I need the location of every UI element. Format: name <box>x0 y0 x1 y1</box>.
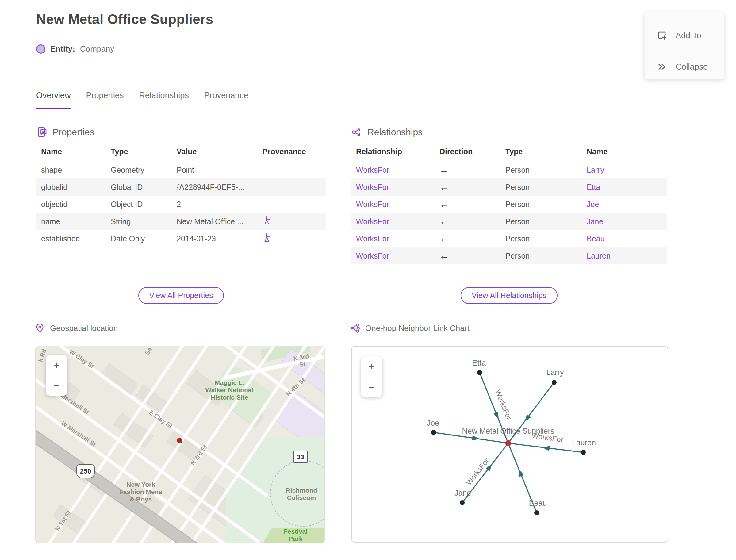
map-label-ny-fashion: New York Fashion Mens & Boys <box>119 481 162 503</box>
prop-type: Date Only <box>106 234 172 243</box>
properties-icon <box>36 126 48 138</box>
map-label-festival-park: Festival Park <box>281 528 310 543</box>
relationships-heading: Relationships <box>367 127 423 137</box>
entity-link[interactable]: Larry <box>582 166 667 175</box>
relationships-section: Relationships Relationship Direction Typ… <box>351 126 667 264</box>
relationship-link[interactable]: WorksFor <box>351 166 435 175</box>
node-lauren[interactable] <box>581 450 586 455</box>
collapse-button[interactable]: Collapse <box>657 61 708 72</box>
relationship-link[interactable]: WorksFor <box>351 251 435 260</box>
col-value: Value <box>172 147 258 156</box>
node-label-jane: Jane <box>454 489 471 497</box>
rel-type: Person <box>500 166 582 175</box>
table-row: established Date Only 2014-01-23 <box>36 230 326 247</box>
node-center-entity[interactable] <box>505 440 511 446</box>
map-zoom-control: + − <box>46 355 67 396</box>
entity-link[interactable]: Etta <box>582 183 667 192</box>
node-larry[interactable] <box>552 380 557 385</box>
entity-location-marker[interactable] <box>177 438 182 443</box>
properties-table: Name Type Value Provenance shape Geometr… <box>36 147 326 247</box>
relationship-link[interactable]: WorksFor <box>351 183 435 192</box>
table-row: WorksFor ← Person Jane <box>351 213 667 230</box>
relationship-link[interactable]: WorksFor <box>351 200 435 209</box>
rel-type: Person <box>500 251 582 260</box>
provenance-flag-icon[interactable] <box>263 216 272 225</box>
relationships-icon <box>351 126 363 138</box>
chevrons-right-icon <box>657 61 668 72</box>
table-row: globalid Global ID {A228944F-0EF5-... <box>36 178 326 196</box>
rel-type: Person <box>500 200 582 209</box>
direction-arrow: ← <box>435 233 500 244</box>
direction-arrow: ← <box>435 199 500 209</box>
link-chart-section-header: One-hop Neighbor Link Chart <box>350 323 470 334</box>
node-joe[interactable] <box>431 430 436 435</box>
view-all-relationships-button[interactable]: View All Relationships <box>461 287 558 304</box>
direction-arrow: ← <box>435 216 500 227</box>
tab-provenance[interactable]: Provenance <box>204 91 248 109</box>
node-label-joe: Joe <box>427 419 439 427</box>
prop-value: 2014-01-23 <box>172 234 258 243</box>
geospatial-heading: Geospatial location <box>50 324 118 333</box>
properties-heading: Properties <box>52 127 94 137</box>
one-hop-link-chart[interactable]: WorksFor WorksFor WorksFor Etta Larry Jo… <box>351 346 668 543</box>
col-direction: Direction <box>435 147 500 156</box>
node-label-etta: Etta <box>472 359 486 367</box>
collapse-label: Collapse <box>676 62 708 72</box>
add-to-button[interactable]: Add To <box>657 30 701 41</box>
map-label-w-clay-st: W Clay St <box>68 348 95 370</box>
geospatial-section-header: Geospatial location <box>34 323 118 334</box>
tab-relationships[interactable]: Relationships <box>139 91 189 109</box>
map-label-maggie-walker: Maggie L. Walker National Historic Site <box>205 379 254 401</box>
col-name: Name <box>36 147 106 156</box>
rel-type: Person <box>500 217 582 226</box>
add-to-label: Add To <box>676 31 701 40</box>
link-chart-icon <box>350 323 361 334</box>
geospatial-map[interactable]: k Rd Sa W Clay St Marshall St W Marshall… <box>35 346 325 543</box>
prop-name: name <box>36 217 106 226</box>
table-row: WorksFor ← Person Larry <box>351 161 667 178</box>
prop-type: Global ID <box>106 183 172 192</box>
node-beau[interactable] <box>534 510 539 515</box>
properties-section: Properties Name Type Value Provenance sh… <box>36 126 326 247</box>
map-zoom-in-button[interactable]: + <box>46 355 67 375</box>
tab-properties[interactable]: Properties <box>86 91 124 109</box>
col-type: Type <box>106 147 172 156</box>
prop-name: globalid <box>36 183 106 192</box>
table-row: WorksFor ← Person Etta <box>351 178 667 196</box>
table-row: shape Geometry Point <box>36 161 326 178</box>
relationships-table: Relationship Direction Type Name WorksFo… <box>351 147 667 264</box>
node-jane[interactable] <box>460 500 465 505</box>
map-label-richmond-coliseum: Richmond Coliseum <box>286 487 317 501</box>
direction-arrow: ← <box>435 165 500 175</box>
table-row: WorksFor ← Person Joe <box>351 196 667 213</box>
entity-link[interactable]: Jane <box>582 217 667 226</box>
chart-zoom-out-button[interactable]: − <box>361 377 382 397</box>
tab-overview[interactable]: Overview <box>36 91 71 109</box>
relationship-link[interactable]: WorksFor <box>351 234 435 243</box>
entity-link[interactable]: Joe <box>582 200 667 209</box>
col-provenance: Provenance <box>258 147 326 156</box>
prop-name: established <box>36 234 106 243</box>
relationship-link[interactable]: WorksFor <box>351 217 435 226</box>
provenance-flag-icon[interactable] <box>263 233 272 243</box>
action-card: Add To Collapse <box>645 12 724 79</box>
entity-link[interactable]: Beau <box>582 234 667 243</box>
map-label-sa: Sa <box>144 346 153 356</box>
route-shield-250: 250 <box>76 464 95 478</box>
direction-arrow: ← <box>435 251 500 261</box>
chart-zoom-control: + − <box>361 356 382 397</box>
table-row: objectid Object ID 2 <box>36 196 326 213</box>
page-title: New Metal Office Suppliers <box>36 12 213 27</box>
node-etta[interactable] <box>477 370 482 375</box>
entity-link[interactable]: Lauren <box>582 251 667 260</box>
prop-value: {A228944F-0EF5-... <box>172 183 258 192</box>
col-relationship: Relationship <box>351 147 435 156</box>
map-zoom-out-button[interactable]: − <box>46 375 67 396</box>
chart-zoom-in-button[interactable]: + <box>361 356 382 377</box>
link-chart-canvas: WorksFor WorksFor WorksFor Etta Larry Jo… <box>352 347 666 541</box>
route-shield-33: 33 <box>293 451 308 463</box>
prop-type: String <box>106 217 172 226</box>
rel-type: Person <box>500 234 582 243</box>
view-all-properties-button[interactable]: View All Properties <box>138 287 224 304</box>
table-row: WorksFor ← Person Lauren <box>351 247 667 264</box>
